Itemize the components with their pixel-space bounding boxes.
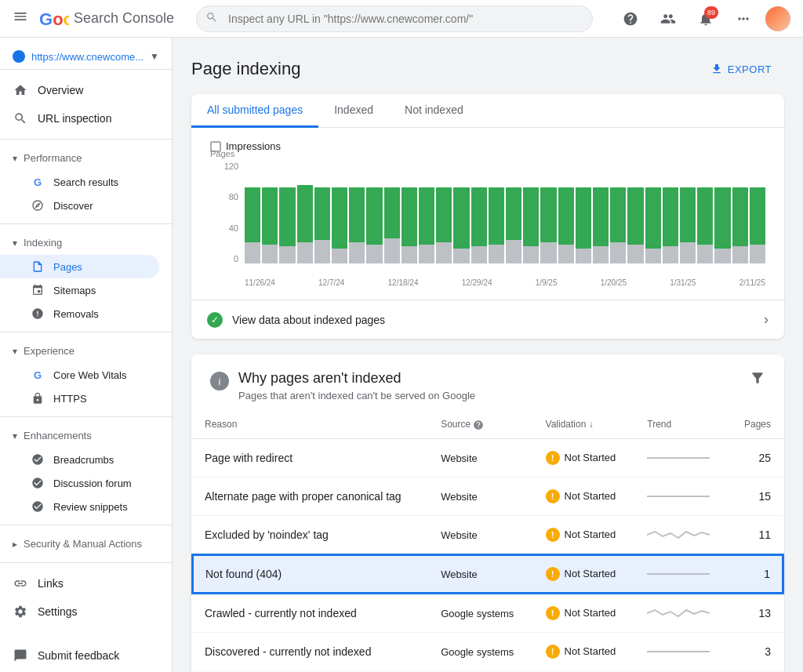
section-enhancements[interactable]: ▾ Enhancements [0,423,172,448]
chart-bar-24[interactable] [663,187,678,264]
sidebar-item-breadcrumbs[interactable]: Breadcrumbs [0,448,159,471]
review-snippets-label: Review snippets [53,501,128,513]
cell-pages: 13 [729,594,783,633]
chart-bar-29[interactable] [750,187,765,264]
tab-all-submitted[interactable]: All submitted pages [191,94,318,128]
notifications-button[interactable]: 89 [690,3,721,35]
cell-trend [634,515,728,554]
chart-bar-2[interactable] [279,187,295,264]
discover-label: Discover [53,200,93,212]
sidebar-item-pages[interactable]: Pages [0,255,159,278]
sidebar-item-overview[interactable]: Overview [0,76,159,104]
section-indexing[interactable]: ▾ Indexing [0,231,172,255]
chart-bar-0[interactable] [245,187,260,264]
sidebar-item-search-results[interactable]: G Search results [0,170,159,194]
sidebar-item-url-inspection[interactable]: URL inspection [0,104,159,133]
sidebar-item-removals[interactable]: Removals [0,302,159,325]
search-input[interactable] [196,5,593,32]
cell-pages: 3 [729,632,783,670]
y-label-0: 0 [210,254,242,263]
export-button[interactable]: EXPORT [698,56,784,82]
chart-bar-3[interactable] [297,185,313,263]
view-data-check-icon: ✓ [207,312,223,328]
sitemaps-icon [31,284,44,296]
section-experience[interactable]: ▾ Experience [0,339,172,363]
chart-bar-5[interactable] [332,187,347,264]
chart-bar-10[interactable] [419,187,434,264]
tab-not-indexed[interactable]: Not indexed [389,94,479,128]
chart-bar-18[interactable] [558,187,574,264]
filter-icon[interactable] [750,370,765,390]
sidebar-item-core-web-vitals[interactable]: G Core Web Vitals [0,363,159,387]
chart-bar-16[interactable] [523,187,539,264]
col-source: Source [428,411,532,438]
sidebar-item-discussion-forum[interactable]: Discussion forum [0,471,159,495]
chart-bar-6[interactable] [349,187,365,264]
topbar: Google Search Console 89 [0,0,803,38]
table-row[interactable]: Excluded by 'noindex' tag Website ! Not … [192,515,783,554]
chart-bar-26[interactable] [697,187,713,264]
chart-bar-15[interactable] [506,187,521,264]
chart-bar-21[interactable] [610,187,626,264]
apps-button[interactable] [728,3,759,35]
user-avatar[interactable] [765,6,790,31]
chart-bar-28[interactable] [732,187,748,264]
sidebar-item-review-snippets[interactable]: Review snippets [0,495,159,518]
url-inspection-icon [13,111,28,126]
sidebar-item-links[interactable]: Links [0,569,159,598]
menu-icon[interactable] [13,9,28,28]
chart-bar-11[interactable] [436,187,452,264]
chart-bar-4[interactable] [314,187,330,264]
table-row[interactable]: Discovered - currently not indexed Googl… [192,632,783,670]
sidebar-item-discover[interactable]: Discover [0,194,159,217]
chart-bar-8[interactable] [384,187,400,264]
col-validation[interactable]: Validation ↓ [533,411,635,438]
y-label-80: 80 [210,192,242,202]
cell-trend [634,594,728,633]
chart-bar-22[interactable] [627,187,643,264]
pages-label: Pages [53,261,82,273]
property-selector[interactable]: https://www.cnewcome... ▼ [0,44,172,70]
chart-bar-12[interactable] [453,187,469,264]
chart-bar-19[interactable] [576,187,591,264]
table-head: Reason Source Validation ↓ [192,411,783,438]
chart-tabs: All submitted pages Indexed Not indexed [191,94,784,128]
sidebar-item-sitemaps[interactable]: Sitemaps [0,278,159,302]
view-data-link[interactable]: ✓ View data about indexed pages › [191,300,784,339]
chart-bar-1[interactable] [262,187,278,264]
sidebar-item-https[interactable]: HTTPS [0,387,159,410]
validation-sort-icon: ↓ [589,419,594,430]
sidebar-item-settings[interactable]: Settings [0,598,159,626]
validation-text: Not Started [565,645,616,657]
svg-text:Google: Google [39,9,69,29]
property-dropdown-arrow: ▼ [150,51,159,62]
cell-reason: Alternate page with proper canonical tag [192,477,428,515]
source-help-icon[interactable] [473,419,484,430]
indexing-label: Indexing [24,237,62,249]
not-indexed-card: i Why pages aren't indexed Pages that ar… [191,354,784,672]
chart-bar-23[interactable] [645,187,661,264]
table-row[interactable]: Alternate page with proper canonical tag… [192,477,783,515]
not-indexed-title: Why pages aren't indexed [238,370,740,387]
sidebar-item-submit-feedback[interactable]: Submit feedback [0,641,159,670]
table-row[interactable]: Page with redirect Website ! Not Started… [192,438,783,477]
table-row[interactable]: Crawled - currently not indexed Google s… [192,594,783,633]
tab-indexed[interactable]: Indexed [318,94,389,128]
chart-bar-27[interactable] [714,187,730,264]
section-security[interactable]: ▸ Security & Manual Actions [0,532,172,556]
core-web-vitals-label: Core Web Vitals [53,369,126,381]
help-button[interactable] [615,3,646,35]
section-performance[interactable]: ▾ Performance [0,146,172,170]
chart-bar-7[interactable] [366,187,382,264]
experience-arrow-icon: ▾ [13,346,17,357]
chart-bar-9[interactable] [402,187,417,264]
chart-bar-13[interactable] [471,187,487,264]
people-button[interactable] [652,3,684,35]
chart-bar-14[interactable] [489,187,504,264]
chart-bar-17[interactable] [540,187,556,264]
chart-bar-20[interactable] [593,187,609,264]
validation-text: Not Started [565,607,616,619]
table-row[interactable]: Not found (404) Website ! Not Started 1 [192,554,783,594]
col-pages: Pages [729,411,783,438]
chart-bar-25[interactable] [680,187,696,264]
